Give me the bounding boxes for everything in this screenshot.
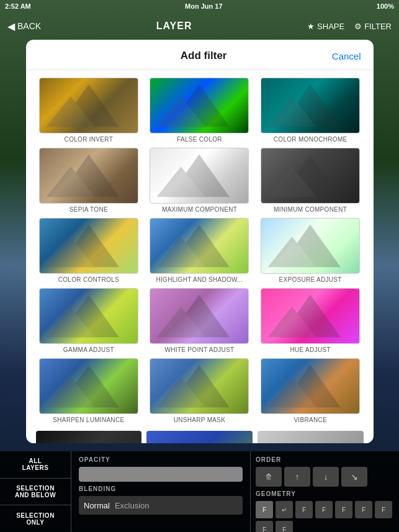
filter-grid: COLOR INVERT FALSE COLOR COLOR MONOCHROM…: [26, 70, 374, 431]
filter-item-exposure-adjust[interactable]: EXPOSURE ADJUST: [258, 218, 364, 283]
back-label: BACK: [17, 21, 41, 31]
filter-item-color-monochrome[interactable]: COLOR MONOCHROME: [258, 78, 364, 143]
order-buttons: ⤊ ↑ ↓ ↘: [256, 467, 394, 487]
filter-label-color-controls: COLOR CONTROLS: [58, 276, 119, 283]
filter-item-hue-adjust[interactable]: HUE ADJUST: [258, 288, 364, 353]
filter-thumb-highlight-shadow: [150, 218, 249, 274]
order-down-button[interactable]: ↓: [313, 467, 339, 487]
order-up-button[interactable]: ↑: [284, 467, 310, 487]
add-filter-modal: Add filter Cancel COLOR INVERT FALSE COL…: [26, 40, 374, 443]
order-up-icon: ↑: [295, 472, 300, 482]
layer-button-selection-only[interactable]: SELECTION ONLY: [0, 505, 71, 532]
geo-button-2[interactable]: F: [295, 501, 313, 518]
order-bottom-button[interactable]: ↘: [341, 467, 367, 487]
status-bar: 2:52 AM Mon Jun 17 100%: [0, 0, 399, 12]
filter-item-unsharp-mask[interactable]: UNSHARP MASK: [146, 358, 253, 423]
filter-thumb-unsharp-mask: [150, 358, 249, 414]
filter-item-maximum-component[interactable]: MAXIMUM COMPONENT: [146, 148, 253, 213]
filter-item-white-point-adjust[interactable]: WHITE POINT ADJUST: [146, 288, 253, 353]
layer-button-selection-below[interactable]: SELECTION AND BELOW: [0, 479, 71, 506]
filter-thumb-false-color: [150, 78, 249, 133]
filter-item-color-controls[interactable]: COLOR CONTROLS: [36, 218, 142, 283]
filter-label-hue-adjust: HUE ADJUST: [290, 346, 331, 353]
filter-label-vibrance: VIBRANCE: [294, 417, 327, 423]
order-bottom-icon: ↘: [351, 472, 358, 482]
filter-label-maximum-component: MAXIMUM COMPONENT: [162, 206, 237, 213]
geo-button-4[interactable]: F: [335, 501, 352, 518]
filter-item-gamma-adjust[interactable]: GAMMA ADJUST: [36, 288, 142, 353]
filter-label-minimum-component: MINIMUM COMPONENT: [274, 206, 347, 213]
filter-label-sharpen-luminance: SHARPEN LUMINANCE: [53, 417, 124, 423]
star-icon: ★: [307, 22, 315, 31]
back-arrow-icon: ◀: [7, 20, 15, 32]
filter-label-color-monochrome: COLOR MONOCHROME: [274, 136, 347, 143]
geo-button-5[interactable]: F: [355, 501, 372, 518]
order-top-button[interactable]: ⤊: [256, 467, 282, 487]
blending-selector[interactable]: Normal Exclusion: [79, 496, 243, 515]
nav-right: ★ SHAPE ⚙ FILTER: [307, 22, 392, 31]
filter-label-false-color: FALSE COLOR: [177, 136, 222, 143]
toolbar-right: ORDER ⤊ ↑ ↓ ↘ GEOMETRY F↵FFFFFFF: [250, 451, 399, 532]
cancel-button[interactable]: Cancel: [332, 51, 361, 61]
filter-label-color-invert: COLOR INVERT: [65, 136, 113, 143]
filter-item-minimum-component[interactable]: MINIMUM COMPONENT: [258, 148, 364, 213]
status-battery: 100%: [377, 2, 394, 10]
blending-exclusion: Exclusion: [115, 501, 150, 510]
filter-button[interactable]: ⚙ FILTER: [354, 22, 392, 31]
filter-item-sepia-tone[interactable]: SEPIA TONE: [36, 148, 142, 213]
back-button[interactable]: ◀ BACK: [7, 20, 41, 32]
layer-selector: ALL LAYERSSELECTION AND BELOWSELECTION O…: [0, 451, 71, 532]
status-day: Mon Jun 17: [185, 2, 223, 10]
filter-item-sharpen-luminance[interactable]: SHARPEN LUMINANCE: [36, 358, 142, 423]
geo-button-3[interactable]: F: [315, 501, 333, 518]
order-label: ORDER: [256, 456, 394, 463]
filter-label-unsharp-mask: UNSHARP MASK: [174, 417, 225, 423]
geo-button-6[interactable]: F: [375, 501, 392, 518]
geo-button-0[interactable]: F: [256, 501, 273, 518]
filter-thumb-gamma-adjust: [39, 288, 138, 344]
geo-button-8[interactable]: F: [276, 521, 293, 532]
partial-filter-row: [26, 431, 374, 443]
bottom-toolbar: ALL LAYERSSELECTION AND BELOWSELECTION O…: [0, 451, 399, 532]
filter-item-highlight-shadow[interactable]: HIGHLIGHT AND SHADOW...: [146, 218, 253, 283]
nav-bar: ◀ BACK LAYER ★ SHAPE ⚙ FILTER: [0, 12, 399, 40]
blending-normal: Normal: [84, 501, 110, 510]
filter-thumb-color-controls: [39, 218, 138, 274]
order-down-icon: ↓: [324, 472, 328, 482]
status-time: 2:52 AM: [5, 2, 31, 10]
partial-filter-partial3[interactable]: [258, 431, 364, 443]
filter-label-sepia-tone: SEPIA TONE: [69, 206, 108, 213]
toolbar-center: OPACITY BLENDING Normal Exclusion: [71, 451, 250, 532]
partial-filter-partial1[interactable]: [36, 431, 142, 443]
geometry-buttons: F↵FFFFFFF: [256, 501, 394, 532]
filter-item-color-invert[interactable]: COLOR INVERT: [36, 78, 142, 143]
nav-title: LAYER: [156, 20, 192, 32]
filter-label-white-point-adjust: WHITE POINT ADJUST: [165, 346, 235, 353]
filter-item-false-color[interactable]: FALSE COLOR: [146, 78, 253, 143]
opacity-label: OPACITY: [79, 456, 243, 463]
geo-button-7[interactable]: F: [256, 521, 273, 532]
modal-overlay: Add filter Cancel COLOR INVERT FALSE COL…: [0, 40, 399, 451]
filter-thumb-exposure-adjust: [261, 218, 360, 274]
shape-label: SHAPE: [317, 22, 344, 31]
filter-thumb-vibrance: [261, 358, 360, 414]
filter-label: FILTER: [364, 22, 392, 31]
shape-button[interactable]: ★ SHAPE: [307, 22, 344, 31]
sliders-icon: ⚙: [354, 22, 362, 31]
opacity-fill: [79, 467, 243, 482]
partial-filter-partial2[interactable]: [146, 431, 253, 443]
opacity-slider[interactable]: [79, 467, 243, 482]
geometry-label: GEOMETRY: [256, 490, 394, 497]
filter-label-gamma-adjust: GAMMA ADJUST: [63, 346, 114, 353]
filter-thumb-color-monochrome: [261, 78, 360, 133]
modal-header: Add filter Cancel: [26, 40, 374, 70]
filter-thumb-minimum-component: [261, 148, 360, 204]
geo-button-1[interactable]: ↵: [276, 501, 293, 518]
filter-item-vibrance[interactable]: VIBRANCE: [258, 358, 364, 423]
modal-title: Add filter: [76, 50, 332, 62]
filter-thumb-sharpen-luminance: [39, 358, 138, 414]
filter-thumb-color-invert: [39, 78, 138, 133]
filter-thumb-hue-adjust: [261, 288, 360, 344]
filter-label-highlight-shadow: HIGHLIGHT AND SHADOW...: [156, 276, 243, 283]
layer-button-all-layers[interactable]: ALL LAYERS: [0, 451, 71, 479]
